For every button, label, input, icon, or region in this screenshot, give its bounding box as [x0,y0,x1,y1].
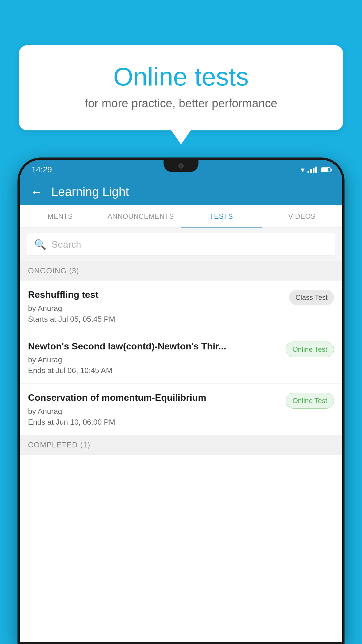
test-date-newton: Ends at Jul 06, 10:45 AM [28,366,280,375]
tabs-bar: MENTS ANNOUNCEMENTS TESTS VIDEOS [20,205,342,228]
tab-videos[interactable]: VIDEOS [262,205,342,228]
test-name-reshuffling: Reshuffling test [28,289,283,301]
ongoing-section-header: ONGOING (3) [20,261,342,281]
test-name-newton: Newton's Second law(contd)-Newton's Thir… [28,340,280,353]
search-input[interactable]: Search [52,239,81,250]
signal-icon [307,167,317,173]
speech-bubble-container: Online tests for more practice, better p… [19,45,343,130]
search-bar[interactable]: 🔍 Search [27,233,335,256]
bubble-title: Online tests [42,63,320,91]
search-icon: 🔍 [34,239,46,250]
status-bar: 14:29 ▾ [20,160,342,178]
test-info-conservation: Conservation of momentum-Equilibrium by … [28,392,280,427]
tab-tests[interactable]: TESTS [181,205,262,228]
notch [164,160,198,172]
search-container: 🔍 Search [20,228,342,261]
test-name-conservation: Conservation of momentum-Equilibrium [28,392,280,404]
test-date-conservation: Ends at Jun 10, 06:00 PM [28,418,280,427]
wifi-icon: ▾ [301,165,305,174]
test-list: Reshuffling test by Anurag Starts at Jul… [20,281,342,642]
back-button[interactable]: ← [30,185,43,199]
app-header: ← Learning Light [20,178,342,205]
test-author-reshuffling: by Anurag [28,304,283,313]
test-badge-conservation: Online Test [286,393,334,409]
battery-icon [321,167,331,172]
test-date-reshuffling: Starts at Jul 05, 05:45 PM [28,315,283,324]
test-info-newton: Newton's Second law(contd)-Newton's Thir… [28,340,280,375]
phone-frame: 14:29 ▾ ← Learning Light [17,158,345,644]
test-badge-reshuffling: Class Test [289,290,334,305]
test-author-conservation: by Anurag [28,407,280,416]
status-icons: ▾ [301,165,331,174]
test-item-newton[interactable]: Newton's Second law(contd)-Newton's Thir… [20,332,342,384]
app-title: Learning Light [51,185,129,199]
tab-announcements[interactable]: ANNOUNCEMENTS [101,205,181,228]
speech-bubble: Online tests for more practice, better p… [19,45,343,130]
test-item-conservation[interactable]: Conservation of momentum-Equilibrium by … [20,384,342,435]
phone-screen: 14:29 ▾ ← Learning Light [20,160,342,642]
bubble-subtitle: for more practice, better performance [42,97,320,110]
test-author-newton: by Anurag [28,355,280,364]
test-info-reshuffling: Reshuffling test by Anurag Starts at Jul… [28,289,283,324]
test-item-reshuffling[interactable]: Reshuffling test by Anurag Starts at Jul… [20,281,342,332]
status-time: 14:29 [31,165,52,174]
completed-section-header: COMPLETED (1) [20,435,342,455]
camera [178,163,184,169]
tab-ments[interactable]: MENTS [20,205,101,228]
test-badge-newton: Online Test [286,342,334,357]
